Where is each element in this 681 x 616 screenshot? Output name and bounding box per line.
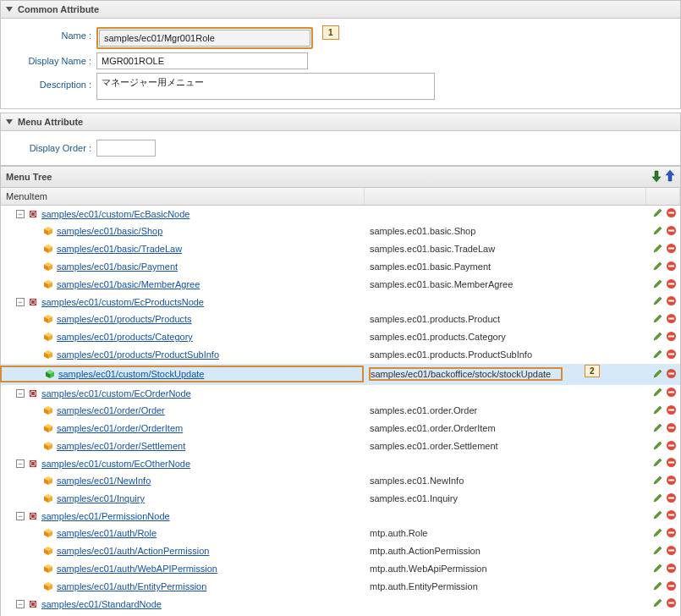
remove-icon[interactable] — [666, 597, 677, 610]
tree-item-link[interactable]: samples/ec01/NewInfo — [57, 476, 151, 486]
displayname-input[interactable] — [96, 52, 308, 69]
remove-icon[interactable] — [666, 368, 677, 381]
tree-item-link[interactable]: samples/ec01/products/ProductSubInfo — [57, 349, 219, 360]
tree-item-link[interactable]: samples/ec01/order/Order — [57, 405, 165, 415]
displayorder-input[interactable] — [96, 140, 156, 157]
edit-icon[interactable] — [652, 243, 663, 256]
collapse-icon[interactable]: − — [16, 459, 25, 468]
remove-icon[interactable] — [666, 492, 677, 505]
edit-icon[interactable] — [652, 349, 663, 361]
collapse-icon[interactable]: − — [16, 210, 25, 218]
tree-row[interactable]: samples/ec01/products/Categorysamples.ec… — [1, 328, 680, 346]
tree-item-link[interactable]: samples/ec01/PermissionNode — [41, 511, 170, 521]
edit-icon[interactable] — [652, 509, 663, 522]
tree-item-link[interactable]: samples/ec01/order/Settlement — [57, 441, 185, 451]
tree-row[interactable]: −samples/ec01/custom/EcOtherNode — [1, 455, 680, 472]
remove-icon[interactable] — [666, 404, 677, 417]
tree-row[interactable]: samples/ec01/auth/ActionPermissionmtp.au… — [1, 542, 680, 560]
edit-icon[interactable] — [652, 261, 663, 273]
remove-icon[interactable] — [666, 527, 677, 540]
tree-row[interactable]: samples/ec01/order/OrderItemsamples.ec01… — [1, 420, 680, 437]
tree-item-link[interactable]: samples/ec01/custom/EcProductsNode — [41, 297, 204, 307]
tree-row[interactable]: samples/ec01/auth/Groupmtp.auth.Group — [1, 613, 680, 616]
edit-icon[interactable] — [652, 440, 663, 453]
tree-item-link[interactable]: samples/ec01/Inquiry — [57, 493, 145, 503]
tree-item-link[interactable]: samples/ec01/auth/Role — [57, 528, 157, 538]
edit-icon[interactable] — [652, 422, 663, 435]
remove-icon[interactable] — [666, 440, 677, 453]
edit-icon[interactable] — [652, 225, 663, 238]
tree-item-link[interactable]: samples/ec01/products/Category — [57, 332, 193, 342]
edit-icon[interactable] — [652, 331, 663, 344]
remove-icon[interactable] — [666, 207, 677, 220]
tree-row[interactable]: samples/ec01/NewInfosamples.ec01.NewInfo — [1, 472, 680, 490]
remove-icon[interactable] — [666, 261, 677, 273]
remove-icon[interactable] — [666, 457, 677, 470]
edit-icon[interactable] — [652, 295, 663, 308]
tree-item-link[interactable]: samples/ec01/basic/MemberAgree — [57, 279, 200, 289]
tree-row[interactable]: samples/ec01/Inquirysamples.ec01.Inquiry — [1, 490, 680, 508]
tree-item-link[interactable]: samples/ec01/custom/EcOtherNode — [41, 459, 190, 469]
edit-icon[interactable] — [652, 457, 663, 470]
edit-icon[interactable] — [652, 404, 663, 417]
tree-row[interactable]: samples/ec01/basic/Shopsamples.ec01.basi… — [1, 223, 680, 240]
remove-icon[interactable] — [666, 225, 677, 238]
tree-row[interactable]: samples/ec01/basic/MemberAgreesamples.ec… — [1, 276, 680, 294]
tree-row[interactable]: samples/ec01/order/Settlementsamples.ec0… — [1, 437, 680, 455]
remove-icon[interactable] — [666, 422, 677, 435]
common-attribute-header[interactable]: Common Attribute — [0, 0, 681, 19]
collapse-icon[interactable]: − — [16, 298, 25, 306]
remove-icon[interactable] — [666, 278, 677, 291]
edit-icon[interactable] — [652, 527, 663, 540]
collapse-icon[interactable]: − — [16, 512, 25, 520]
remove-icon[interactable] — [666, 349, 677, 361]
tree-row[interactable]: samples/ec01/order/Ordersamples.ec01.ord… — [1, 402, 680, 420]
tree-row[interactable]: −samples/ec01/custom/EcProductsNode — [1, 294, 680, 311]
edit-icon[interactable] — [652, 313, 663, 326]
name-input[interactable] — [99, 30, 310, 47]
edit-icon[interactable] — [652, 580, 663, 593]
tree-row[interactable]: −samples/ec01/custom/EcOrderNode — [1, 385, 680, 402]
edit-icon[interactable] — [652, 475, 663, 487]
tree-row[interactable]: −samples/ec01/StandardNode — [1, 596, 680, 613]
edit-icon[interactable] — [652, 207, 663, 220]
edit-icon[interactable] — [652, 368, 663, 381]
tree-row[interactable]: samples/ec01/auth/WebAPIPermissionmtp.au… — [1, 560, 680, 578]
tree-item-link[interactable]: samples/ec01/auth/ActionPermission — [57, 546, 209, 556]
tree-row[interactable]: samples/ec01/products/ProductSubInfosamp… — [1, 346, 680, 364]
tree-item-link[interactable]: samples/ec01/custom/StockUpdate — [58, 369, 204, 379]
tree-row[interactable]: samples/ec01/basic/TradeLawsamples.ec01.… — [1, 240, 680, 258]
tree-item-link[interactable]: samples/ec01/basic/Shop — [57, 226, 162, 236]
menu-attribute-header[interactable]: Menu Attribute — [0, 113, 681, 131]
remove-icon[interactable] — [666, 545, 677, 558]
tree-row[interactable]: samples/ec01/auth/Rolemtp.auth.Role — [1, 525, 680, 542]
remove-icon[interactable] — [666, 243, 677, 256]
move-up-icon[interactable] — [665, 170, 675, 184]
edit-icon[interactable] — [652, 597, 663, 610]
tree-row[interactable]: −samples/ec01/PermissionNode — [1, 508, 680, 525]
description-textarea[interactable] — [96, 73, 435, 100]
remove-icon[interactable] — [666, 313, 677, 326]
tree-row[interactable]: samples/ec01/auth/EntityPermissionmtp.au… — [1, 578, 680, 596]
remove-icon[interactable] — [666, 295, 677, 308]
tree-item-link[interactable]: samples/ec01/auth/EntityPermission — [57, 581, 206, 591]
remove-icon[interactable] — [666, 387, 677, 399]
tree-item-link[interactable]: samples/ec01/StandardNode — [41, 599, 162, 609]
remove-icon[interactable] — [666, 563, 677, 575]
tree-item-link[interactable]: samples/ec01/basic/Payment — [57, 261, 178, 272]
tree-item-link[interactable]: samples/ec01/auth/WebAPIPermission — [57, 564, 217, 574]
remove-icon[interactable] — [666, 580, 677, 593]
collapse-icon[interactable]: − — [16, 389, 25, 398]
tree-item-link[interactable]: samples/ec01/basic/TradeLaw — [57, 244, 182, 254]
edit-icon[interactable] — [652, 492, 663, 505]
tree-row[interactable]: −samples/ec01/custom/EcBasicNode — [1, 206, 680, 223]
tree-row[interactable]: samples/ec01/products/Productssamples.ec… — [1, 311, 680, 328]
remove-icon[interactable] — [666, 331, 677, 344]
tree-item-link[interactable]: samples/ec01/products/Products — [57, 314, 192, 324]
collapse-icon[interactable]: − — [16, 600, 25, 608]
edit-icon[interactable] — [652, 563, 663, 575]
move-down-icon[interactable] — [651, 170, 662, 184]
tree-row[interactable]: samples/ec01/basic/Paymentsamples.ec01.b… — [1, 258, 680, 276]
remove-icon[interactable] — [666, 509, 677, 522]
tree-item-link[interactable]: samples/ec01/custom/EcOrderNode — [41, 388, 191, 399]
